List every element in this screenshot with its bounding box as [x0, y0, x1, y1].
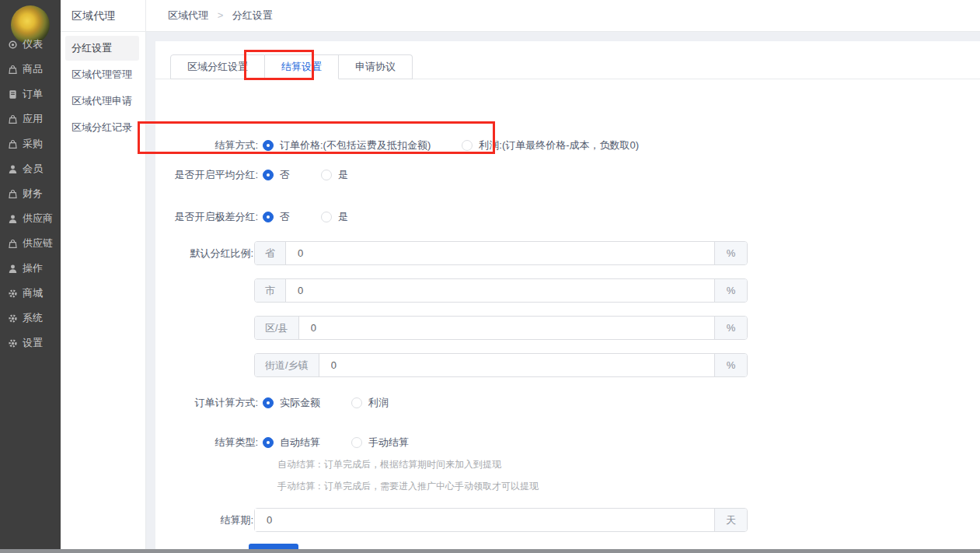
sidebar-item-operations[interactable]: 操作 — [0, 256, 61, 281]
ratio-province-input[interactable] — [286, 242, 714, 264]
field-label: 结算期: — [155, 513, 253, 527]
row-average-dividend: 是否开启平均分红: 否 是 — [155, 164, 348, 186]
breadcrumb-item-parent[interactable]: 区域代理 — [168, 9, 208, 21]
sidebar-item-label: 系统 — [23, 311, 43, 325]
breadcrumb-item-current: 分红设置 — [232, 9, 273, 21]
gauge-icon — [8, 40, 18, 50]
sidebar-item-goods[interactable]: 商品 — [0, 57, 61, 82]
sidebar-item-label: 应用 — [23, 112, 43, 126]
sidebar-item-label: 会员 — [23, 162, 43, 176]
settlement-form: 结算方式: 订单价格:(不包括运费及抵扣金额) 利润:(订单最终价格-成本，负数… — [155, 79, 980, 549]
horizontal-scrollbar[interactable] — [0, 549, 980, 553]
radio-label: 实际金额 — [280, 396, 320, 410]
radio-calc-profit[interactable] — [351, 397, 362, 408]
radio-label: 手动结算 — [368, 436, 409, 450]
ratio-city-input[interactable] — [286, 279, 714, 302]
secondary-sidebar: 区域代理 分红设置 区域代理管理 区域代理申请 区域分红记录 — [61, 0, 146, 549]
content-background: 区域分红设置 结算设置 申请协议 结算方式: 订单价格:(不包括运费及抵扣金额) — [146, 32, 980, 549]
sidebar-item-mall[interactable]: 商城 — [0, 281, 61, 306]
submenu-item-dividend-settings[interactable]: 分红设置 — [65, 36, 139, 61]
sidebar-item-label: 供应链 — [23, 236, 53, 250]
field-label: 结算类型: — [155, 436, 258, 450]
radio-label: 否 — [280, 168, 290, 182]
input-append: % — [714, 279, 747, 302]
sidebar-item-orders[interactable]: 订单 — [0, 82, 61, 107]
sidebar-item-supplier[interactable]: 供应商 — [0, 206, 61, 231]
radio-order-price[interactable] — [263, 140, 274, 151]
radio-label: 利润:(订单最终价格-成本，负数取0) — [479, 138, 639, 152]
radio-label: 利润 — [368, 396, 389, 410]
sidebar-item-label: 财务 — [23, 187, 43, 201]
bag-icon — [8, 189, 18, 199]
bag-icon — [8, 65, 18, 75]
submenu-item-agent-application[interactable]: 区域代理申请 — [65, 89, 139, 114]
sidebar-item-label: 操作 — [23, 261, 43, 275]
helper-auto-settle: 自动结算：订单完成后，根据结算期时间来加入到提现 — [277, 458, 501, 471]
radio-label: 自动结算 — [280, 436, 320, 450]
input-append: % — [714, 242, 747, 264]
sidebar-item-label: 仪表 — [23, 37, 43, 51]
person-icon — [8, 164, 18, 174]
radio-range-no[interactable] — [263, 212, 274, 222]
radio-label: 是 — [338, 210, 348, 224]
radio-label: 是 — [338, 168, 348, 182]
radio-average-no[interactable] — [263, 170, 274, 180]
field-label: 订单计算方式: — [155, 396, 258, 410]
input-append: % — [714, 354, 747, 376]
sidebar-item-settings[interactable]: 设置 — [0, 331, 61, 355]
input-append: % — [714, 317, 747, 339]
sidebar-item-label: 采购 — [23, 137, 43, 151]
row-settle-period: 结算期: 天 — [155, 508, 748, 532]
sidebar-item-finance[interactable]: 财务 — [0, 181, 61, 206]
input-prepend: 省 — [255, 242, 286, 264]
input-prepend: 区/县 — [255, 317, 299, 339]
radio-manual-settle[interactable] — [351, 437, 362, 448]
radio-range-yes[interactable] — [321, 212, 332, 222]
input-prepend: 街道/乡镇 — [255, 354, 319, 376]
admin-page: 仪表 商品 订单 应用 采购 会员 — [0, 0, 980, 553]
row-range-dividend: 是否开启极差分红: 否 是 — [155, 206, 348, 228]
tabs-bar: 区域分红设置 结算设置 申请协议 — [170, 54, 413, 79]
row-settlement-method: 结算方式: 订单价格:(不包括运费及抵扣金额) 利润:(订单最终价格-成本，负数… — [155, 135, 639, 156]
settle-period-input[interactable] — [255, 509, 714, 531]
sidebar-item-apps[interactable]: 应用 — [0, 107, 61, 131]
row-ratio-province: 默认分红比例: 省 % — [155, 241, 748, 265]
radio-profit[interactable] — [462, 140, 473, 151]
input-append: 天 — [714, 509, 747, 531]
sidebar-item-label: 供应商 — [23, 212, 53, 226]
sidebar-item-label: 商品 — [23, 62, 43, 76]
sidebar-item-system[interactable]: 系统 — [0, 306, 61, 331]
sidebar-item-label: 商城 — [23, 286, 43, 300]
sidebar-item-label: 设置 — [23, 336, 43, 350]
primary-sidebar: 仪表 商品 订单 应用 采购 会员 — [0, 0, 61, 549]
field-label: 默认分红比例: — [155, 247, 253, 261]
tab-settlement-settings[interactable]: 结算设置 — [265, 54, 339, 79]
tab-region-dividend-settings[interactable]: 区域分红设置 — [170, 54, 265, 79]
bag-icon — [8, 114, 18, 124]
row-ratio-district: 区/县 % — [155, 316, 748, 340]
tab-application-agreement[interactable]: 申请协议 — [339, 54, 413, 79]
gear-icon — [8, 313, 18, 324]
radio-average-yes[interactable] — [321, 170, 332, 180]
ratio-street-input[interactable] — [319, 354, 714, 376]
page-header: 区域代理 > 分红设置 — [146, 0, 980, 32]
ratio-district-input[interactable] — [299, 317, 714, 339]
radio-actual-amount[interactable] — [263, 397, 274, 408]
sidebar-item-dashboard[interactable]: 仪表 — [0, 32, 61, 57]
bag-icon — [8, 139, 18, 149]
sidebar-item-purchase[interactable]: 采购 — [0, 131, 61, 156]
radio-auto-settle[interactable] — [263, 437, 274, 448]
content-card: 区域分红设置 结算设置 申请协议 结算方式: 订单价格:(不包括运费及抵扣金额) — [155, 41, 980, 549]
row-order-calc: 订单计算方式: 实际金额 利润 — [155, 392, 389, 414]
submenu-item-dividend-records[interactable]: 区域分红记录 — [65, 115, 139, 140]
document-icon — [8, 89, 18, 100]
row-ratio-city: 市 % — [155, 278, 748, 303]
input-prepend: 市 — [255, 279, 286, 302]
helper-manual-settle: 手动结算：订单完成后，需要进入推广中心手动领取才可以提现 — [277, 480, 539, 492]
sidebar-item-members[interactable]: 会员 — [0, 156, 61, 181]
bag-icon — [8, 239, 18, 249]
sidebar-item-supply-chain[interactable]: 供应链 — [0, 231, 61, 256]
gear-icon — [8, 289, 18, 299]
submenu-item-agent-management[interactable]: 区域代理管理 — [65, 62, 139, 87]
radio-label: 否 — [280, 210, 290, 224]
